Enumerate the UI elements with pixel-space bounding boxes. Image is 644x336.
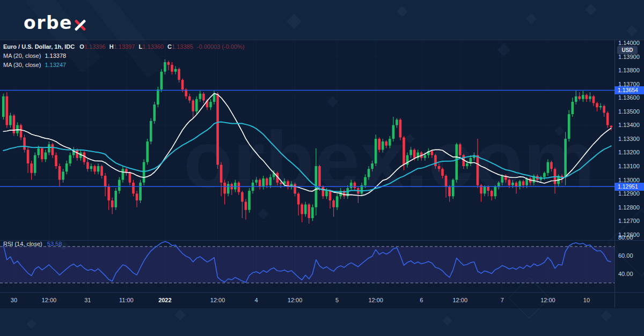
candle-body — [413, 150, 416, 158]
candle-body — [484, 186, 486, 193]
candle-body — [301, 205, 303, 214]
diamond-decoration — [174, 309, 186, 320]
candle-body — [431, 151, 434, 155]
candle-body — [241, 192, 244, 202]
candle-body — [477, 155, 479, 185]
rsi-tick: 40.00 — [618, 271, 633, 277]
candle-body — [455, 144, 458, 180]
ma30-label: MA (30, close) — [3, 62, 41, 68]
price-axis[interactable]: 1.140001.139001.138001.137001.136001.135… — [614, 40, 644, 292]
candle-body — [575, 96, 577, 102]
candle-body — [269, 177, 272, 185]
candle-body — [34, 155, 36, 173]
price-tick: 1.13100 — [618, 163, 640, 169]
time-axis[interactable]: 3012:003111:00202212:00412:00512:00612:0… — [0, 292, 644, 308]
diamond-decoration — [626, 25, 638, 36]
candle-body — [37, 148, 40, 155]
rsi-tick: 60.00 — [618, 252, 633, 259]
low-value: 1.13360 — [142, 43, 164, 50]
candle-body — [402, 137, 405, 165]
ma20-legend: MA (20, close) 1.13378 — [3, 53, 68, 59]
candle-body — [107, 186, 110, 200]
candle-body — [589, 96, 591, 99]
candle-body — [97, 166, 100, 171]
price-chart[interactable] — [0, 40, 614, 292]
candle-body — [90, 166, 93, 169]
candle-body — [238, 183, 240, 192]
high-label: H — [109, 43, 114, 50]
candle-body — [491, 191, 493, 196]
candle-body — [389, 139, 391, 146]
candle-body — [52, 144, 54, 155]
candle-body — [2, 96, 5, 117]
candle-body — [592, 96, 595, 103]
candle-body — [27, 150, 30, 163]
candle-body — [76, 150, 78, 158]
rsi-value: 53.58 — [47, 241, 62, 247]
time-tick: 12:00 — [368, 297, 383, 303]
high-value: 1.13397 — [114, 43, 135, 50]
ma20-value: 1.13378 — [45, 53, 66, 59]
price-tick: 1.12900 — [618, 190, 640, 197]
candle-body — [139, 183, 142, 200]
candle-body — [150, 121, 152, 141]
candle-body — [174, 69, 177, 72]
diamond-decoration — [287, 14, 302, 29]
candle-body — [375, 139, 377, 163]
candle-body — [582, 95, 584, 99]
time-tick: 11:00 — [119, 297, 134, 303]
candle-body — [104, 176, 107, 186]
close-value: 1.13385 — [172, 43, 193, 50]
candle-body — [167, 62, 170, 65]
time-tick: 12:00 — [540, 297, 555, 303]
candle-body — [62, 171, 64, 180]
candle-body — [332, 200, 335, 207]
open-value: 1.13396 — [84, 43, 106, 50]
candle-body — [132, 183, 135, 193]
candle-body — [311, 207, 314, 218]
candle-body — [378, 139, 380, 150]
candle-body — [129, 173, 131, 183]
candle-body — [354, 183, 356, 188]
candle-body — [487, 186, 489, 191]
candle-body — [350, 183, 353, 188]
time-tick: 12:00 — [42, 297, 57, 303]
candle-body — [223, 183, 226, 193]
candle-body — [181, 80, 184, 89]
candle-body — [382, 141, 384, 150]
candle-body — [209, 102, 212, 107]
candle-body — [606, 113, 609, 125]
candle-body — [23, 137, 26, 150]
candle-body — [262, 178, 265, 186]
candle-body — [192, 100, 194, 111]
logo-text: orbe — [24, 14, 72, 32]
candle-body — [610, 125, 612, 127]
price-tick: 1.13600 — [618, 94, 640, 101]
candle-body — [111, 200, 114, 207]
candle-body — [515, 183, 518, 187]
candle-body — [396, 120, 398, 125]
time-tick: 2022 — [158, 297, 171, 303]
time-tick: 30 — [11, 297, 17, 303]
candle-body — [318, 166, 321, 186]
candle-body — [336, 196, 339, 207]
candle-body — [368, 169, 370, 177]
candle-body — [543, 173, 546, 177]
candle-body — [459, 144, 462, 155]
diamond-decoration — [601, 310, 612, 322]
diamond-decoration — [26, 319, 36, 328]
candle-body — [20, 125, 23, 137]
candle-body — [603, 106, 605, 113]
diamond-decoration — [585, 4, 597, 16]
candle-body — [596, 103, 598, 108]
candle-body — [452, 180, 455, 197]
candle-body — [599, 106, 602, 108]
candle-body — [308, 205, 310, 219]
candle-body — [30, 163, 33, 173]
rsi-tick: 80.00 — [618, 234, 633, 241]
candle-body — [280, 183, 282, 184]
candle-body — [83, 152, 86, 162]
candle-body — [511, 183, 514, 185]
diamond-decoration — [442, 316, 452, 325]
time-tick: 6 — [420, 297, 423, 303]
